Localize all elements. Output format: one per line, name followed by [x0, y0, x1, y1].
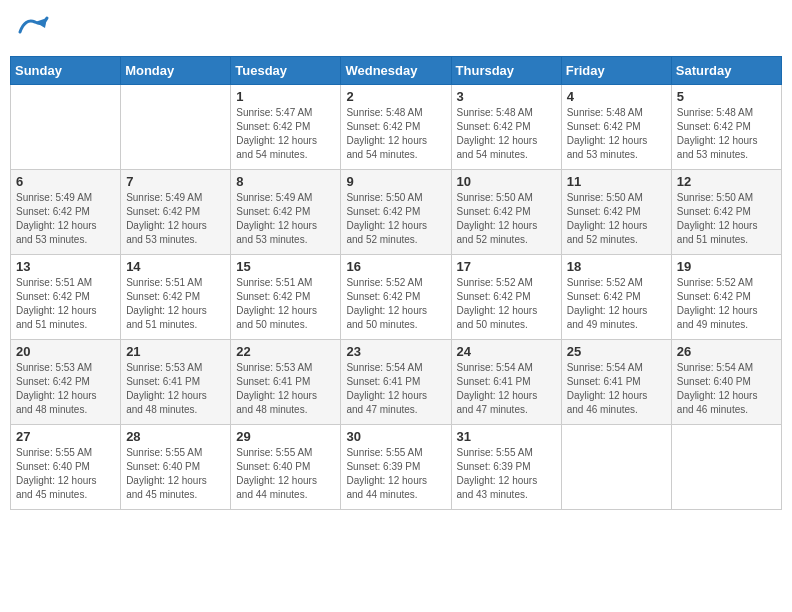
day-number: 23	[346, 344, 445, 359]
calendar-cell: 11Sunrise: 5:50 AM Sunset: 6:42 PM Dayli…	[561, 170, 671, 255]
calendar-week-row: 1Sunrise: 5:47 AM Sunset: 6:42 PM Daylig…	[11, 85, 782, 170]
day-number: 27	[16, 429, 115, 444]
day-info: Sunrise: 5:50 AM Sunset: 6:42 PM Dayligh…	[567, 191, 666, 247]
day-number: 8	[236, 174, 335, 189]
day-number: 1	[236, 89, 335, 104]
day-of-week-header: Tuesday	[231, 57, 341, 85]
day-number: 9	[346, 174, 445, 189]
day-info: Sunrise: 5:48 AM Sunset: 6:42 PM Dayligh…	[457, 106, 556, 162]
calendar-cell: 10Sunrise: 5:50 AM Sunset: 6:42 PM Dayli…	[451, 170, 561, 255]
day-number: 18	[567, 259, 666, 274]
day-of-week-header: Friday	[561, 57, 671, 85]
day-number: 24	[457, 344, 556, 359]
day-info: Sunrise: 5:55 AM Sunset: 6:39 PM Dayligh…	[346, 446, 445, 502]
day-info: Sunrise: 5:51 AM Sunset: 6:42 PM Dayligh…	[236, 276, 335, 332]
day-number: 3	[457, 89, 556, 104]
day-of-week-header: Monday	[121, 57, 231, 85]
day-of-week-header: Thursday	[451, 57, 561, 85]
calendar-cell: 9Sunrise: 5:50 AM Sunset: 6:42 PM Daylig…	[341, 170, 451, 255]
day-info: Sunrise: 5:49 AM Sunset: 6:42 PM Dayligh…	[16, 191, 115, 247]
day-info: Sunrise: 5:49 AM Sunset: 6:42 PM Dayligh…	[126, 191, 225, 247]
day-number: 11	[567, 174, 666, 189]
day-info: Sunrise: 5:47 AM Sunset: 6:42 PM Dayligh…	[236, 106, 335, 162]
calendar-cell: 2Sunrise: 5:48 AM Sunset: 6:42 PM Daylig…	[341, 85, 451, 170]
logo	[15, 10, 57, 48]
calendar-cell: 31Sunrise: 5:55 AM Sunset: 6:39 PM Dayli…	[451, 425, 561, 510]
day-info: Sunrise: 5:55 AM Sunset: 6:39 PM Dayligh…	[457, 446, 556, 502]
day-number: 12	[677, 174, 776, 189]
calendar-cell: 4Sunrise: 5:48 AM Sunset: 6:42 PM Daylig…	[561, 85, 671, 170]
day-info: Sunrise: 5:50 AM Sunset: 6:42 PM Dayligh…	[346, 191, 445, 247]
calendar-cell: 13Sunrise: 5:51 AM Sunset: 6:42 PM Dayli…	[11, 255, 121, 340]
day-info: Sunrise: 5:53 AM Sunset: 6:41 PM Dayligh…	[236, 361, 335, 417]
day-info: Sunrise: 5:52 AM Sunset: 6:42 PM Dayligh…	[567, 276, 666, 332]
logo-icon	[15, 10, 53, 48]
day-info: Sunrise: 5:53 AM Sunset: 6:41 PM Dayligh…	[126, 361, 225, 417]
day-number: 30	[346, 429, 445, 444]
day-number: 7	[126, 174, 225, 189]
calendar-cell	[121, 85, 231, 170]
calendar-week-row: 20Sunrise: 5:53 AM Sunset: 6:42 PM Dayli…	[11, 340, 782, 425]
page-header	[10, 10, 782, 48]
day-number: 21	[126, 344, 225, 359]
day-number: 16	[346, 259, 445, 274]
calendar-cell: 30Sunrise: 5:55 AM Sunset: 6:39 PM Dayli…	[341, 425, 451, 510]
calendar-cell: 21Sunrise: 5:53 AM Sunset: 6:41 PM Dayli…	[121, 340, 231, 425]
day-info: Sunrise: 5:54 AM Sunset: 6:41 PM Dayligh…	[567, 361, 666, 417]
day-info: Sunrise: 5:52 AM Sunset: 6:42 PM Dayligh…	[677, 276, 776, 332]
day-info: Sunrise: 5:53 AM Sunset: 6:42 PM Dayligh…	[16, 361, 115, 417]
day-info: Sunrise: 5:52 AM Sunset: 6:42 PM Dayligh…	[346, 276, 445, 332]
day-number: 28	[126, 429, 225, 444]
calendar-cell: 29Sunrise: 5:55 AM Sunset: 6:40 PM Dayli…	[231, 425, 341, 510]
calendar-cell: 7Sunrise: 5:49 AM Sunset: 6:42 PM Daylig…	[121, 170, 231, 255]
day-number: 20	[16, 344, 115, 359]
calendar-cell: 12Sunrise: 5:50 AM Sunset: 6:42 PM Dayli…	[671, 170, 781, 255]
day-number: 19	[677, 259, 776, 274]
calendar-cell	[11, 85, 121, 170]
calendar-cell: 18Sunrise: 5:52 AM Sunset: 6:42 PM Dayli…	[561, 255, 671, 340]
calendar-week-row: 27Sunrise: 5:55 AM Sunset: 6:40 PM Dayli…	[11, 425, 782, 510]
day-info: Sunrise: 5:55 AM Sunset: 6:40 PM Dayligh…	[236, 446, 335, 502]
day-info: Sunrise: 5:51 AM Sunset: 6:42 PM Dayligh…	[126, 276, 225, 332]
calendar-cell: 14Sunrise: 5:51 AM Sunset: 6:42 PM Dayli…	[121, 255, 231, 340]
calendar-cell: 5Sunrise: 5:48 AM Sunset: 6:42 PM Daylig…	[671, 85, 781, 170]
day-number: 14	[126, 259, 225, 274]
day-info: Sunrise: 5:48 AM Sunset: 6:42 PM Dayligh…	[677, 106, 776, 162]
calendar-cell: 3Sunrise: 5:48 AM Sunset: 6:42 PM Daylig…	[451, 85, 561, 170]
day-number: 17	[457, 259, 556, 274]
calendar-cell	[671, 425, 781, 510]
calendar-week-row: 13Sunrise: 5:51 AM Sunset: 6:42 PM Dayli…	[11, 255, 782, 340]
calendar-table: SundayMondayTuesdayWednesdayThursdayFrid…	[10, 56, 782, 510]
day-info: Sunrise: 5:50 AM Sunset: 6:42 PM Dayligh…	[457, 191, 556, 247]
day-info: Sunrise: 5:55 AM Sunset: 6:40 PM Dayligh…	[126, 446, 225, 502]
day-info: Sunrise: 5:48 AM Sunset: 6:42 PM Dayligh…	[346, 106, 445, 162]
calendar-cell: 16Sunrise: 5:52 AM Sunset: 6:42 PM Dayli…	[341, 255, 451, 340]
calendar-cell: 20Sunrise: 5:53 AM Sunset: 6:42 PM Dayli…	[11, 340, 121, 425]
calendar-cell: 17Sunrise: 5:52 AM Sunset: 6:42 PM Dayli…	[451, 255, 561, 340]
calendar-week-row: 6Sunrise: 5:49 AM Sunset: 6:42 PM Daylig…	[11, 170, 782, 255]
day-of-week-header: Sunday	[11, 57, 121, 85]
calendar-cell: 8Sunrise: 5:49 AM Sunset: 6:42 PM Daylig…	[231, 170, 341, 255]
calendar-cell: 1Sunrise: 5:47 AM Sunset: 6:42 PM Daylig…	[231, 85, 341, 170]
day-info: Sunrise: 5:49 AM Sunset: 6:42 PM Dayligh…	[236, 191, 335, 247]
day-info: Sunrise: 5:52 AM Sunset: 6:42 PM Dayligh…	[457, 276, 556, 332]
calendar-cell: 25Sunrise: 5:54 AM Sunset: 6:41 PM Dayli…	[561, 340, 671, 425]
calendar-cell: 19Sunrise: 5:52 AM Sunset: 6:42 PM Dayli…	[671, 255, 781, 340]
day-number: 31	[457, 429, 556, 444]
calendar-cell: 23Sunrise: 5:54 AM Sunset: 6:41 PM Dayli…	[341, 340, 451, 425]
calendar-cell: 6Sunrise: 5:49 AM Sunset: 6:42 PM Daylig…	[11, 170, 121, 255]
calendar-cell: 15Sunrise: 5:51 AM Sunset: 6:42 PM Dayli…	[231, 255, 341, 340]
calendar-cell: 26Sunrise: 5:54 AM Sunset: 6:40 PM Dayli…	[671, 340, 781, 425]
calendar-cell: 22Sunrise: 5:53 AM Sunset: 6:41 PM Dayli…	[231, 340, 341, 425]
day-number: 2	[346, 89, 445, 104]
day-info: Sunrise: 5:54 AM Sunset: 6:41 PM Dayligh…	[457, 361, 556, 417]
day-number: 10	[457, 174, 556, 189]
calendar-cell: 28Sunrise: 5:55 AM Sunset: 6:40 PM Dayli…	[121, 425, 231, 510]
calendar-cell: 24Sunrise: 5:54 AM Sunset: 6:41 PM Dayli…	[451, 340, 561, 425]
day-info: Sunrise: 5:54 AM Sunset: 6:41 PM Dayligh…	[346, 361, 445, 417]
day-number: 13	[16, 259, 115, 274]
day-info: Sunrise: 5:48 AM Sunset: 6:42 PM Dayligh…	[567, 106, 666, 162]
calendar-header-row: SundayMondayTuesdayWednesdayThursdayFrid…	[11, 57, 782, 85]
calendar-cell: 27Sunrise: 5:55 AM Sunset: 6:40 PM Dayli…	[11, 425, 121, 510]
day-number: 5	[677, 89, 776, 104]
